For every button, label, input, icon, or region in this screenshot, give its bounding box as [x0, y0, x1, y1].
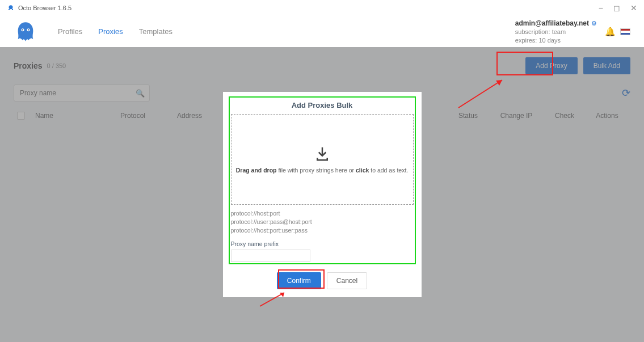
flag-icon[interactable]	[620, 28, 630, 35]
dropzone[interactable]: Drag and drop file with proxy strings he…	[231, 114, 414, 205]
user-info: admin@affiliatebay.net⚙ subscription: te…	[515, 19, 597, 45]
nav-proxies[interactable]: Proxies	[98, 27, 123, 36]
download-icon	[314, 145, 331, 162]
svg-point-0	[9, 5, 13, 9]
prefix-input[interactable]	[231, 250, 310, 262]
select-all-checkbox[interactable]	[17, 112, 25, 120]
annotation-green-box: Add Proxies Bulk Drag and drop file with…	[229, 96, 416, 264]
column-protocol: Protocol	[120, 112, 177, 121]
gear-icon[interactable]: ⚙	[591, 20, 597, 27]
column-check: Check	[542, 112, 587, 121]
minimize-icon[interactable]: −	[599, 3, 603, 12]
modal-title: Add Proxies Bulk	[231, 101, 414, 109]
bell-icon[interactable]: 🔔	[605, 27, 616, 37]
expires-label: expires: 10 days	[515, 36, 597, 45]
format-hints: protocol://host:port protocol://user:pas…	[231, 209, 414, 234]
window-title: Octo Browser 1.6.5	[18, 5, 71, 11]
prefix-label: Proxy name prefix	[231, 240, 414, 247]
column-status: Status	[445, 112, 491, 121]
cancel-button[interactable]: Cancel	[327, 272, 367, 289]
close-icon[interactable]: ✕	[630, 3, 637, 12]
add-proxy-button[interactable]: Add Proxy	[525, 57, 577, 74]
confirm-button[interactable]: Confirm	[277, 272, 321, 289]
column-actions: Actions	[587, 112, 627, 121]
bulk-add-modal: Add Proxies Bulk Drag and drop file with…	[223, 92, 422, 297]
dropzone-text: Drag and drop file with proxy strings he…	[236, 167, 408, 174]
search-icon[interactable]: 🔍	[136, 89, 145, 98]
svg-point-5	[22, 29, 23, 30]
column-changeip: Change IP	[491, 112, 542, 121]
nav-profiles[interactable]: Profiles	[58, 27, 82, 36]
subscription-label: subscription: team	[515, 28, 597, 36]
user-email: admin@affiliatebay.net	[515, 19, 589, 27]
nav-templates[interactable]: Templates	[139, 27, 172, 36]
svg-point-2	[12, 9, 13, 10]
page-title: Proxies	[14, 61, 43, 70]
svg-point-1	[9, 9, 10, 10]
proxy-count: 0 / 350	[47, 62, 66, 69]
column-name: Name	[35, 112, 120, 121]
refresh-icon[interactable]: ⟳	[622, 87, 630, 99]
svg-point-6	[28, 29, 29, 30]
window-titlebar: Octo Browser 1.6.5 − ◻ ✕	[0, 0, 644, 16]
app-icon	[7, 4, 15, 12]
maximize-icon[interactable]: ◻	[613, 3, 620, 12]
logo-icon	[14, 20, 37, 44]
app-header: Profiles Proxies Templates admin@affilia…	[0, 16, 644, 47]
bulk-add-button[interactable]: Bulk Add	[583, 57, 630, 74]
content-area: Proxies 0 / 350 Add Proxy Bulk Add 🔍 ⟳ N…	[0, 47, 644, 342]
search-input[interactable]	[14, 85, 150, 102]
